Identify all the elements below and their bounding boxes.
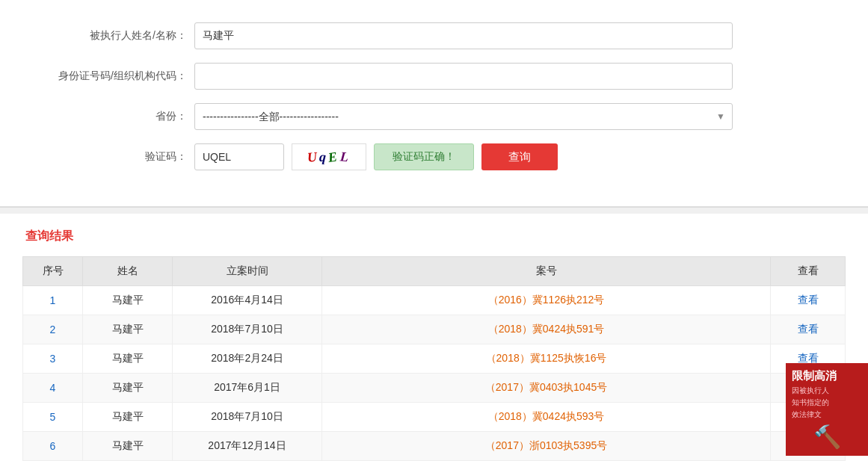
cell-view-link[interactable]: 查看 (771, 315, 846, 344)
table-body: 1马建平2016年4月14日（2016）冀1126执212号查看2马建平2018… (23, 286, 846, 462)
cell-name: 马建平 (83, 432, 173, 461)
floating-banner: 限制高消 因被执行人 知书指定的 效法律文 🔨 (786, 363, 868, 456)
table-row: 4马建平2017年6月1日（2017）冀0403执1045号查看 (23, 374, 846, 403)
banner-title: 限制高消 (792, 369, 862, 383)
gavel-icon: 🔨 (792, 424, 862, 450)
province-select[interactable]: ----------------全部-----------------北京天津河… (194, 103, 733, 130)
search-panel: 被执行人姓名/名称： 身份证号码/组织机构代码： 省份： -----------… (0, 0, 868, 208)
name-row: 被执行人姓名/名称： (45, 22, 823, 49)
header-row: 序号 姓名 立案时间 案号 查看 (23, 257, 846, 286)
cell-name: 马建平 (83, 286, 173, 315)
captcha-label: 验证码： (45, 150, 194, 164)
name-label: 被执行人姓名/名称： (45, 29, 194, 43)
cell-seq: 1 (23, 286, 83, 315)
cell-seq: 2 (23, 315, 83, 344)
table-row: 6马建平2017年12月14日（2017）浙0103执5395号查看 (23, 432, 846, 461)
banner-line2: 知书指定的 (792, 398, 829, 406)
name-input[interactable] (194, 22, 733, 49)
cell-date: 2018年7月10日 (173, 315, 322, 344)
cell-name: 马建平 (83, 374, 173, 403)
cell-date: 2018年2月24日 (173, 344, 322, 374)
table-row: 5马建平2018年7月10日（2018）冀0424执593号查看 (23, 403, 846, 432)
banner-line1: 因被执行人 (792, 386, 829, 395)
cell-view-link[interactable]: 查看 (771, 286, 846, 315)
cell-case-no: （2018）冀0424执591号 (322, 315, 771, 344)
province-select-wrapper: ----------------全部-----------------北京天津河… (194, 103, 733, 130)
cell-date: 2016年4月14日 (173, 286, 322, 315)
cell-seq: 3 (23, 344, 83, 374)
province-row: 省份： ----------------全部-----------------北… (45, 103, 823, 130)
cell-case-no: （2018）冀0424执593号 (322, 403, 771, 432)
captcha-controls: UqEL 验证码正确！ 查询 (194, 143, 733, 170)
captcha-row: 验证码： UqEL 验证码正确！ 查询 (45, 143, 823, 170)
col-name: 姓名 (83, 257, 173, 286)
cell-name: 马建平 (83, 403, 173, 432)
results-title: 查询结果 (22, 229, 846, 244)
id-input[interactable] (194, 63, 733, 90)
page-wrapper: 被执行人姓名/名称： 身份证号码/组织机构代码： 省份： -----------… (0, 0, 868, 461)
banner-line3: 效法律文 (792, 410, 822, 418)
cell-date: 2018年7月10日 (173, 403, 322, 432)
cell-seq: 4 (23, 374, 83, 403)
cell-date: 2017年12月14日 (173, 432, 322, 461)
cell-case-no: （2016）冀1126执212号 (322, 286, 771, 315)
cell-case-no: （2018）冀1125执恢16号 (322, 344, 771, 374)
col-case: 案号 (322, 257, 771, 286)
captcha-image[interactable]: UqEL (292, 143, 366, 170)
province-label: 省份： (45, 110, 194, 123)
cell-date: 2017年6月1日 (173, 374, 322, 403)
id-row: 身份证号码/组织机构代码： (45, 63, 823, 90)
table-row: 1马建平2016年4月14日（2016）冀1126执212号查看 (23, 286, 846, 315)
col-view: 查看 (771, 257, 846, 286)
results-section: 限制高消 因被执行人 知书指定的 效法律文 🔨 查询结果 序号 姓名 立案时间 … (0, 214, 868, 461)
table-row: 2马建平2018年7月10日（2018）冀0424执591号查看 (23, 315, 846, 344)
query-button[interactable]: 查询 (481, 143, 558, 170)
table-row: 3马建平2018年2月24日（2018）冀1125执恢16号查看 (23, 344, 846, 374)
col-seq: 序号 (23, 257, 83, 286)
col-date: 立案时间 (173, 257, 322, 286)
verify-ok-button[interactable]: 验证码正确！ (374, 143, 474, 170)
cell-seq: 5 (23, 403, 83, 432)
cell-name: 马建平 (83, 344, 173, 374)
cell-seq: 6 (23, 432, 83, 461)
cell-name: 马建平 (83, 315, 173, 344)
captcha-input[interactable] (194, 143, 284, 170)
banner-body: 因被执行人 知书指定的 效法律文 (792, 385, 862, 421)
results-table: 序号 姓名 立案时间 案号 查看 1马建平2016年4月14日（2016）冀11… (22, 256, 846, 461)
cell-case-no: （2017）冀0403执1045号 (322, 374, 771, 403)
cell-case-no: （2017）浙0103执5395号 (322, 432, 771, 461)
captcha-char-l: L (339, 149, 351, 165)
id-label: 身份证号码/组织机构代码： (45, 69, 194, 83)
table-header: 序号 姓名 立案时间 案号 查看 (23, 257, 846, 286)
captcha-char-e: E (327, 149, 341, 166)
